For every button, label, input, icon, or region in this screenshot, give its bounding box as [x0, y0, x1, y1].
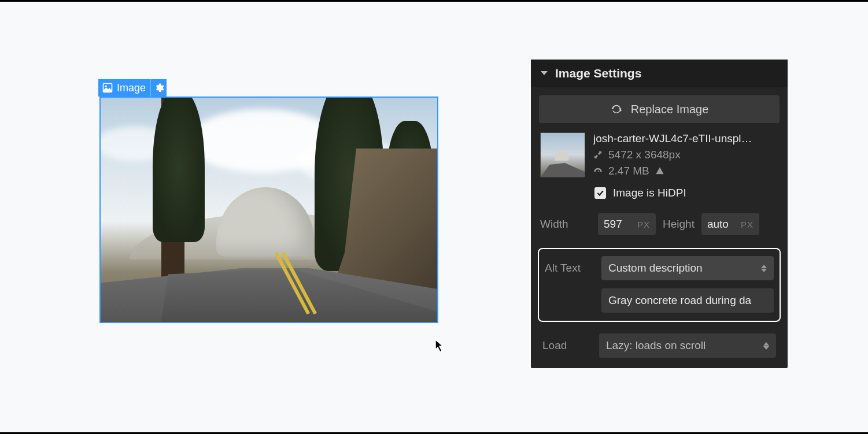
alt-text-label: Alt Text [545, 262, 593, 275]
alt-text-group: Alt Text Custom description Gray concret… [538, 248, 781, 322]
height-label: Height [663, 218, 695, 231]
cursor-icon [435, 339, 445, 353]
height-unit: PX [741, 220, 754, 229]
file-size: 2.47 MB [608, 165, 649, 177]
hidpi-row[interactable]: Image is HiDPI [539, 183, 780, 205]
height-input[interactable]: auto PX [701, 213, 759, 235]
gear-icon [154, 83, 164, 93]
load-row: Load Lazy: loads on scroll [539, 322, 780, 358]
warning-icon [655, 166, 664, 176]
refresh-icon [610, 103, 623, 116]
image-preview [101, 98, 437, 322]
alt-text-mode-value: Custom description [608, 262, 703, 275]
chip-main[interactable]: Image [98, 79, 150, 97]
svg-point-1 [105, 86, 106, 87]
panel-title: Image Settings [555, 66, 641, 80]
replace-image-label: Replace Image [631, 103, 709, 116]
image-settings-panel: Image Settings Replace Image josh-carter… [531, 60, 788, 368]
dimensions-icon [593, 150, 603, 159]
file-dimensions: 5472 x 3648px [608, 149, 681, 161]
load-label: Load [542, 339, 591, 352]
width-value: 597 [604, 218, 631, 231]
width-input[interactable]: 597 PX [598, 213, 656, 235]
load-select[interactable]: Lazy: loads on scroll [599, 333, 776, 358]
element-type-label: Image [117, 82, 146, 94]
replace-image-button[interactable]: Replace Image [539, 95, 780, 123]
canvas-image-element[interactable]: Image [99, 97, 438, 323]
height-value: auto [707, 218, 735, 231]
alt-text-mode-select[interactable]: Custom description [601, 256, 774, 280]
collapse-icon [540, 71, 548, 76]
image-icon [102, 82, 113, 94]
panel-header[interactable]: Image Settings [531, 60, 788, 87]
hidpi-checkbox[interactable] [594, 187, 606, 199]
element-settings-button[interactable] [150, 79, 167, 97]
alt-text-input[interactable]: Gray concrete road during da [601, 288, 774, 313]
select-stepper-icon [761, 265, 767, 272]
hidpi-label: Image is HiDPI [613, 187, 686, 199]
gauge-icon [593, 166, 603, 176]
file-info-row: josh-carter-WJL4c7-eTII-unspl… 5472 x 36… [539, 123, 780, 183]
width-label: Width [540, 218, 591, 231]
select-stepper-icon [763, 342, 769, 350]
width-unit: PX [637, 220, 650, 229]
element-selection-chip[interactable]: Image [98, 79, 167, 97]
load-value: Lazy: loads on scroll [606, 339, 706, 352]
dimensions-row: Width 597 PX Height auto PX [539, 205, 780, 235]
alt-text-value: Gray concrete road during da [608, 294, 751, 306]
image-thumbnail[interactable] [540, 132, 585, 177]
file-name: josh-carter-WJL4c7-eTII-unspl… [593, 132, 778, 145]
image-frame[interactable] [99, 97, 438, 323]
